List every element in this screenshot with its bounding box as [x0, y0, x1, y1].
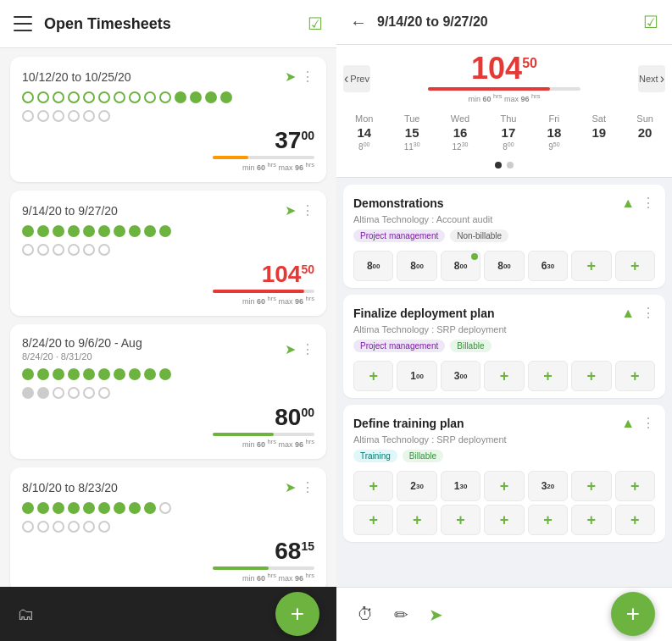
- more-icon-4[interactable]: ⋮: [301, 479, 314, 495]
- time-cell[interactable]: 800: [353, 251, 393, 281]
- timesheet-card-2[interactable]: 9/14/20 to 9/27/20 ➤ ⋮: [10, 191, 326, 316]
- more-icon-3[interactable]: ⋮: [301, 341, 314, 357]
- day-col-mon[interactable]: Mon 14 800: [350, 110, 378, 155]
- hours-label-2: min 60 hrs max 96 hrs: [213, 295, 314, 306]
- timesheet-card-1[interactable]: 10/12/20 to 10/25/20 ➤ ⋮: [10, 57, 326, 182]
- tag-billable-2: Billable: [450, 340, 491, 352]
- timesheet-card-4[interactable]: 8/10/20 to 8/23/20 ➤ ⋮: [10, 467, 326, 593]
- dot: [159, 502, 171, 514]
- task-1-time-grid: 800 800 800 800 630 + +: [353, 251, 655, 281]
- time-cell[interactable]: 100: [397, 361, 436, 391]
- left-bottom-bar: 🗂 +: [0, 587, 336, 641]
- day-num-sat: 19: [591, 125, 606, 140]
- dot: [53, 91, 64, 103]
- day-col-thu[interactable]: Thu 17 800: [495, 110, 521, 155]
- dot: [144, 225, 156, 237]
- collapse-icon-2[interactable]: ▲: [621, 306, 635, 321]
- time-cell-add[interactable]: +: [397, 505, 436, 535]
- time-cell-add[interactable]: +: [571, 505, 611, 535]
- day-num-mon: 14: [357, 125, 371, 140]
- day-name-tue: Tue: [404, 113, 420, 124]
- send-icon-3[interactable]: ➤: [285, 341, 296, 357]
- right-fab-button[interactable]: +: [611, 592, 655, 636]
- time-cell[interactable]: 800: [484, 251, 524, 281]
- day-col-wed[interactable]: Wed 16 1230: [446, 110, 475, 155]
- edit-icon[interactable]: ✏: [394, 605, 408, 625]
- dot: [53, 225, 64, 237]
- time-cell[interactable]: 230: [397, 471, 436, 501]
- dot: [98, 387, 110, 399]
- time-cell-add[interactable]: +: [353, 505, 393, 535]
- time-cell-add[interactable]: +: [441, 505, 480, 535]
- dot: [37, 521, 49, 533]
- time-cell-add[interactable]: +: [353, 361, 393, 391]
- right-check-icon[interactable]: ☑: [643, 12, 658, 32]
- time-cell-add[interactable]: +: [615, 251, 655, 281]
- day-hours-fri: 950: [548, 141, 559, 152]
- card-3-hours: 8000: [213, 406, 314, 429]
- send-icon-2[interactable]: ➤: [285, 202, 296, 218]
- task-more-icon-3[interactable]: ⋮: [641, 415, 655, 431]
- task-more-icon-2[interactable]: ⋮: [641, 305, 655, 321]
- card-4-title: 8/10/20 to 8/23/20: [22, 481, 118, 495]
- right-panel: ← 9/14/20 to 9/27/20 ☑ ‹ Prev 10450 min …: [336, 0, 672, 641]
- time-cell[interactable]: 630: [528, 251, 568, 281]
- time-cell-add[interactable]: +: [484, 505, 524, 535]
- day-name-sat: Sat: [592, 113, 607, 124]
- back-button[interactable]: ←: [350, 13, 367, 32]
- menu-icon[interactable]: [14, 16, 32, 31]
- right-scroll: ‹ Prev 10450 min 60 hrs max 96 hrs Next …: [336, 45, 672, 641]
- next-button[interactable]: Next ›: [638, 65, 665, 92]
- dot: [83, 387, 95, 399]
- collapse-icon-3[interactable]: ▲: [621, 416, 635, 431]
- dot: [129, 225, 141, 237]
- time-cell-add[interactable]: +: [528, 505, 568, 535]
- time-cell-add[interactable]: +: [528, 361, 568, 391]
- send-icon-bottom[interactable]: ➤: [429, 605, 443, 625]
- time-cell-add[interactable]: +: [571, 361, 611, 391]
- dot: [22, 368, 34, 380]
- day-num-thu: 17: [502, 125, 516, 140]
- task-3-time-grid-row2: + + + + + + +: [353, 505, 655, 535]
- timesheet-card-3[interactable]: 8/24/20 to 9/6/20 - Aug 8/24/20 · 8/31/2…: [10, 324, 326, 459]
- time-cell-add[interactable]: +: [615, 505, 655, 535]
- dot: [129, 91, 141, 103]
- timesheet-check-icon[interactable]: ☑: [308, 14, 323, 34]
- more-icon-2[interactable]: ⋮: [301, 202, 314, 218]
- dot: [220, 91, 232, 103]
- time-cell-add[interactable]: +: [571, 251, 611, 281]
- day-name-wed: Wed: [451, 113, 469, 124]
- dot: [114, 91, 125, 103]
- time-cell[interactable]: 320: [528, 471, 568, 501]
- time-cell-add[interactable]: +: [615, 471, 655, 501]
- page-indicators: [336, 158, 672, 169]
- time-cell[interactable]: 130: [441, 471, 480, 501]
- history-icon[interactable]: ⏱: [357, 605, 374, 624]
- dot: [159, 368, 171, 380]
- dot: [129, 368, 141, 380]
- time-cell-add[interactable]: +: [484, 471, 524, 501]
- left-fab-button[interactable]: +: [275, 592, 319, 636]
- time-cell-add[interactable]: +: [615, 361, 655, 391]
- send-icon-1[interactable]: ➤: [285, 69, 296, 85]
- day-col-sun[interactable]: Sun 20: [631, 110, 658, 155]
- more-icon-1[interactable]: ⋮: [301, 69, 314, 85]
- time-cell-with-chat[interactable]: 800: [441, 251, 480, 281]
- day-num-wed: 16: [453, 125, 468, 140]
- hours-label-3: min 60 hrs max 96 hrs: [213, 438, 314, 449]
- day-col-fri[interactable]: Fri 18 950: [542, 110, 567, 155]
- dot: [53, 502, 64, 514]
- collapse-icon-1[interactable]: ▲: [621, 196, 635, 211]
- day-col-sat[interactable]: Sat 19: [586, 110, 611, 155]
- time-cell[interactable]: 300: [441, 361, 480, 391]
- time-cell-add[interactable]: +: [353, 471, 393, 501]
- prev-button[interactable]: ‹ Prev: [343, 65, 370, 92]
- day-col-tue[interactable]: Tue 15 1130: [399, 110, 425, 155]
- dot: [98, 502, 110, 514]
- task-more-icon-1[interactable]: ⋮: [641, 195, 655, 211]
- time-cell-add[interactable]: +: [484, 361, 524, 391]
- time-cell[interactable]: 800: [397, 251, 436, 281]
- archive-icon[interactable]: 🗂: [17, 605, 34, 624]
- time-cell-add[interactable]: +: [571, 471, 611, 501]
- send-icon-4[interactable]: ➤: [285, 479, 296, 495]
